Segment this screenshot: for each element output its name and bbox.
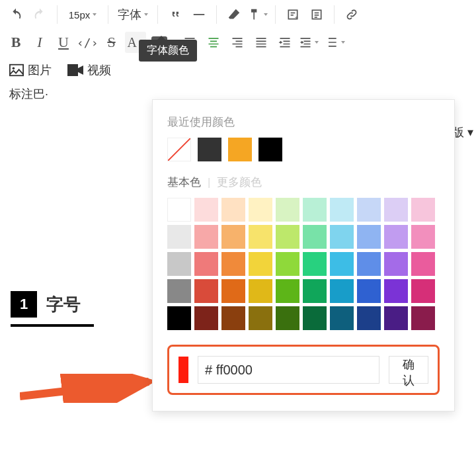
color-swatch[interactable] <box>221 306 245 330</box>
undo-icon <box>9 7 23 22</box>
color-swatch[interactable] <box>221 252 245 276</box>
color-swatch[interactable] <box>276 306 299 330</box>
confirm-button[interactable]: 确认 <box>389 356 428 384</box>
eraser-button[interactable] <box>223 4 245 25</box>
color-swatch[interactable] <box>357 279 381 303</box>
color-swatch[interactable] <box>276 279 299 303</box>
color-swatch[interactable] <box>249 252 272 276</box>
color-swatch[interactable] <box>411 252 435 276</box>
color-swatch[interactable] <box>194 279 218 303</box>
color-swatch[interactable] <box>249 306 272 330</box>
color-swatch[interactable] <box>194 252 218 276</box>
recent-color-swatch[interactable] <box>198 138 221 161</box>
custom-color-preview <box>178 357 188 383</box>
color-swatch[interactable] <box>167 306 191 330</box>
color-swatch[interactable] <box>384 198 408 222</box>
color-swatch[interactable] <box>330 279 354 303</box>
color-swatch[interactable] <box>411 225 435 249</box>
insert-paragraph-button[interactable] <box>306 4 327 25</box>
color-swatch[interactable] <box>194 306 218 330</box>
line-height-button[interactable] <box>325 32 346 53</box>
color-swatch[interactable] <box>194 225 218 249</box>
color-swatch[interactable] <box>411 198 435 222</box>
color-swatch[interactable] <box>411 279 435 303</box>
align-center-button[interactable] <box>203 32 224 53</box>
color-swatch[interactable] <box>194 198 218 222</box>
separator <box>57 5 58 24</box>
color-swatch[interactable] <box>357 306 381 330</box>
font-family-select[interactable]: 字体 <box>115 4 151 25</box>
color-swatch[interactable] <box>303 225 327 249</box>
bold-button[interactable]: B <box>5 32 26 53</box>
format-painter-button[interactable] <box>247 4 268 25</box>
recent-color-swatch[interactable] <box>228 138 252 161</box>
font-size-select[interactable]: 15px <box>64 6 101 23</box>
font-color-tooltip: 字体颜色 <box>139 40 197 62</box>
italic-button[interactable]: I <box>29 32 50 53</box>
color-swatch[interactable] <box>330 198 354 222</box>
color-swatch[interactable] <box>221 198 245 222</box>
basic-colors-tab[interactable]: 基本色 <box>167 175 201 190</box>
heading-label: 字号 <box>46 293 81 316</box>
color-swatch[interactable] <box>167 198 191 222</box>
color-swatch[interactable] <box>384 225 408 249</box>
color-swatch[interactable] <box>249 225 272 249</box>
color-swatch[interactable] <box>303 279 327 303</box>
svg-point-10 <box>13 67 15 69</box>
color-swatch[interactable] <box>276 225 299 249</box>
color-swatch[interactable] <box>384 279 408 303</box>
color-swatch[interactable] <box>330 252 354 276</box>
undo-button[interactable] <box>5 4 26 25</box>
color-swatch[interactable] <box>330 225 354 249</box>
font-color-dropdown: 最近使用颜色 基本色 | 更多颜色 确认 <box>152 99 455 411</box>
insert-section-button[interactable]: + <box>282 4 303 25</box>
color-swatch[interactable] <box>249 198 272 222</box>
basic-color-grid <box>167 198 440 330</box>
underline-button[interactable]: U <box>53 32 74 53</box>
color-swatch[interactable] <box>303 252 327 276</box>
insert-video-button[interactable]: 视频 <box>67 62 111 78</box>
line-height-icon <box>325 36 338 49</box>
color-swatch[interactable] <box>303 198 327 222</box>
align-justify-button[interactable] <box>251 32 272 53</box>
color-swatch[interactable] <box>303 306 327 330</box>
insert-image-button[interactable]: 图片 <box>9 62 52 78</box>
color-swatch[interactable] <box>330 306 354 330</box>
color-swatch[interactable] <box>167 225 191 249</box>
color-swatch[interactable] <box>221 225 245 249</box>
color-swatch[interactable] <box>384 306 408 330</box>
strike-button[interactable]: S <box>101 32 122 53</box>
color-swatch[interactable] <box>411 306 435 330</box>
more-colors-tab[interactable]: 更多颜色 <box>217 175 262 190</box>
indent-left-button[interactable] <box>274 32 296 53</box>
insert-image-label: 图片 <box>28 62 52 78</box>
recent-colors-row <box>167 138 440 161</box>
color-swatch[interactable] <box>384 252 408 276</box>
color-swatch[interactable] <box>167 279 191 303</box>
font-family-value: 字体 <box>118 7 141 22</box>
color-swatch[interactable] <box>357 252 381 276</box>
color-swatch[interactable] <box>249 279 272 303</box>
hr-button[interactable] <box>188 4 210 25</box>
color-swatch[interactable] <box>276 198 299 222</box>
code-button[interactable]: ‹/› <box>77 32 99 53</box>
quote-button[interactable] <box>165 4 186 25</box>
insert-video-label: 视频 <box>87 62 111 78</box>
color-swatch[interactable] <box>167 252 191 276</box>
link-button[interactable] <box>341 4 362 25</box>
color-swatch[interactable] <box>276 252 299 276</box>
align-right-button[interactable] <box>227 32 248 53</box>
section-add-icon: + <box>286 8 299 21</box>
custom-color-box: 确认 <box>167 345 440 395</box>
recent-color-swatch[interactable] <box>258 138 282 161</box>
redo-button[interactable] <box>29 4 50 25</box>
color-swatch[interactable] <box>357 225 381 249</box>
color-swatch[interactable] <box>357 198 381 222</box>
quote-icon <box>169 8 182 21</box>
hr-icon <box>192 7 206 22</box>
hex-input[interactable] <box>198 356 379 384</box>
annotation-arrow-icon <box>20 374 159 403</box>
indent-right-button[interactable] <box>298 32 319 53</box>
recent-color-swatch[interactable] <box>167 138 191 161</box>
color-swatch[interactable] <box>221 279 245 303</box>
